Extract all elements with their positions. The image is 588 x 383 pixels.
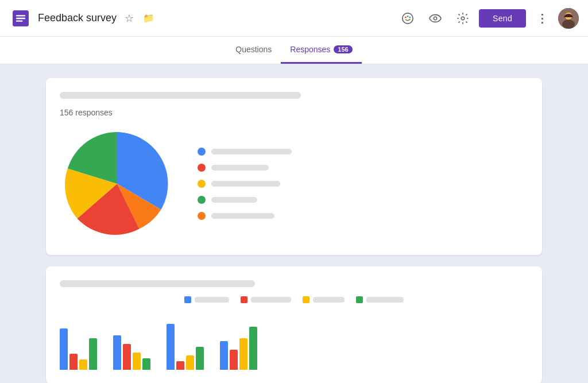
svg-point-10 [461, 17, 465, 20]
bar-1-blue [60, 328, 68, 370]
legend-dot-red [198, 164, 206, 172]
svg-point-13 [562, 20, 575, 29]
bar-question-title-bar [60, 280, 255, 287]
legend-dot-orange [198, 212, 206, 220]
legend-dot-yellow [198, 180, 206, 188]
pie-legend [198, 148, 292, 220]
tab-questions[interactable]: Questions [226, 36, 281, 64]
bar-3-green [196, 347, 204, 370]
header-right: Send ⋮ [396, 7, 579, 30]
legend-dot-blue [198, 148, 206, 156]
svg-rect-1 [16, 15, 25, 16]
svg-point-7 [409, 16, 411, 18]
bar-chart-card [46, 266, 542, 383]
palette-button[interactable] [396, 7, 419, 30]
bar-2-blue [113, 335, 121, 370]
bar-legend-item-yellow [303, 296, 345, 303]
legend-bar-yellow [211, 181, 280, 187]
bar-group-1 [60, 328, 97, 370]
legend-bar-green [211, 197, 257, 203]
tab-responses-label: Responses [290, 45, 330, 54]
pie-chart [60, 126, 175, 241]
bar-3-yellow [186, 355, 194, 370]
question-title-bar [60, 92, 301, 99]
bar-group-2 [113, 335, 150, 370]
bar-legend-color-red [241, 296, 247, 303]
legend-item-orange [198, 212, 292, 220]
bar-legend-color-green [356, 296, 363, 303]
main-content: 156 responses [0, 64, 588, 383]
bar-legend-item-red [241, 296, 291, 303]
legend-bar-orange [211, 213, 274, 219]
bar-1-yellow [79, 359, 87, 370]
svg-point-5 [405, 16, 407, 18]
preview-button[interactable] [424, 7, 447, 30]
send-button[interactable]: Send [479, 9, 526, 28]
avatar[interactable] [558, 8, 579, 29]
legend-bar-blue [211, 149, 292, 154]
legend-item-green [198, 196, 292, 204]
legend-item-red [198, 164, 292, 172]
pie-chart-card: 156 responses [46, 78, 542, 255]
app-icon [9, 7, 32, 30]
responses-badge: 156 [334, 45, 352, 53]
bar-4-yellow [239, 338, 247, 370]
header-left: Feedback survey ☆ 📁 [9, 7, 396, 30]
bar-4-red [230, 350, 238, 370]
bar-1-green [89, 338, 97, 370]
bar-legend-item-green [356, 296, 404, 303]
tabs-bar: Questions Responses 156 [0, 37, 588, 64]
bar-1-red [69, 354, 78, 370]
bar-2-yellow [133, 353, 141, 370]
bar-3-red [176, 361, 184, 370]
bar-group-3 [167, 324, 204, 370]
bar-group-4 [220, 327, 257, 370]
header-doc-actions: ☆ 📁 [122, 10, 157, 27]
folder-icon[interactable]: 📁 [141, 10, 157, 26]
svg-rect-2 [16, 17, 25, 18]
settings-button[interactable] [451, 7, 474, 30]
tab-questions-label: Questions [235, 45, 272, 54]
svg-point-9 [434, 17, 437, 20]
legend-item-blue [198, 148, 292, 156]
bar-legend-text-red [251, 297, 291, 303]
bar-legend-text-yellow [313, 297, 345, 303]
chart-area [60, 126, 528, 241]
bars-container [60, 312, 528, 370]
bar-legend-text-green [366, 297, 404, 303]
bar-3-blue [167, 324, 175, 370]
bar-4-green [249, 327, 257, 370]
bar-legend-color-yellow [303, 296, 310, 303]
legend-dot-green [198, 196, 206, 204]
more-options-button[interactable]: ⋮ [531, 7, 554, 30]
avatar-image [558, 8, 579, 29]
star-icon[interactable]: ☆ [122, 10, 136, 27]
svg-point-4 [403, 13, 413, 23]
svg-rect-3 [16, 20, 23, 21]
svg-point-6 [407, 15, 409, 17]
bar-4-blue [220, 341, 228, 370]
tab-responses[interactable]: Responses 156 [281, 36, 361, 64]
header: Feedback survey ☆ 📁 [0, 0, 588, 37]
bar-legend-text-blue [195, 297, 229, 303]
bar-chart-legend [60, 296, 528, 303]
document-title: Feedback survey [38, 12, 117, 24]
bar-2-green [142, 358, 150, 370]
bar-legend-item-blue [184, 296, 229, 303]
bar-2-red [123, 344, 131, 370]
bar-legend-color-blue [184, 296, 191, 303]
legend-bar-red [211, 165, 269, 171]
legend-item-yellow [198, 180, 292, 188]
responses-count: 156 responses [60, 108, 528, 117]
